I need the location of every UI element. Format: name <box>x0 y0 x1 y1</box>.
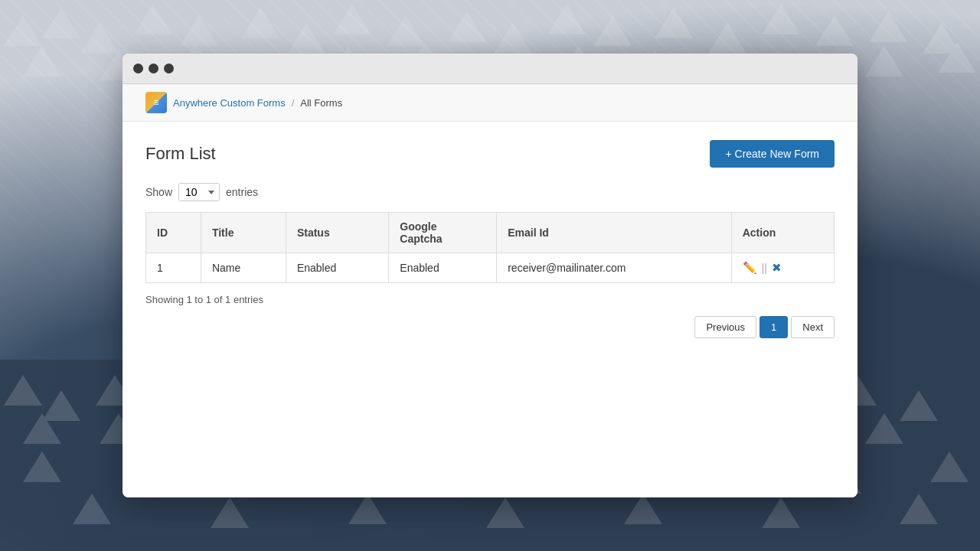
svg-marker-18 <box>923 23 961 54</box>
col-header-google-captcha: GoogleCaptcha <box>389 213 497 253</box>
svg-marker-7 <box>333 4 371 34</box>
show-label: Show <box>145 186 172 198</box>
entries-per-page-select[interactable]: 10 25 50 100 <box>178 183 220 201</box>
svg-marker-14 <box>708 23 746 54</box>
forms-table: ID Title Status GoogleCaptcha Email Id A… <box>145 212 835 283</box>
svg-marker-19 <box>23 46 61 77</box>
traffic-lights <box>133 64 174 73</box>
action-buttons: ✏️ || ✖ <box>743 261 823 275</box>
svg-marker-49 <box>23 413 61 444</box>
main-content: Form List + Create New Form Show 10 25 5… <box>122 122 858 361</box>
svg-marker-16 <box>815 15 854 46</box>
edit-icon[interactable]: ✏️ <box>743 261 757 275</box>
title-bar <box>122 54 858 84</box>
next-button[interactable]: Next <box>791 316 835 338</box>
svg-marker-33 <box>4 375 42 406</box>
create-form-button[interactable]: + Create New Form <box>710 140 835 168</box>
action-separator: || <box>762 262 767 274</box>
svg-marker-61 <box>23 452 61 482</box>
content-area: Anywhere Custom Forms / All Forms Form L… <box>122 84 858 497</box>
previous-button[interactable]: Previous <box>694 316 756 338</box>
plugin-icon <box>145 92 167 113</box>
svg-marker-70 <box>73 494 111 524</box>
svg-marker-15 <box>762 4 800 34</box>
svg-marker-3 <box>134 4 172 34</box>
svg-marker-2 <box>80 23 119 54</box>
svg-marker-34 <box>42 390 80 421</box>
pagination: Previous 1 Next <box>145 316 835 338</box>
cell-google-captcha: Enabled <box>389 253 497 283</box>
breadcrumb-separator: / <box>292 97 295 109</box>
svg-marker-10 <box>494 23 532 54</box>
table-row: 1NameEnabledEnabledreceiver@mailinater.c… <box>146 253 835 283</box>
entries-label: entries <box>226 186 258 198</box>
svg-marker-74 <box>624 494 662 524</box>
svg-marker-8 <box>387 15 425 46</box>
app-window: Anywhere Custom Forms / All Forms Form L… <box>122 54 858 497</box>
minimize-button[interactable] <box>149 64 158 73</box>
cell-action: ✏️ || ✖ <box>731 253 834 283</box>
svg-marker-1 <box>42 8 80 38</box>
maximize-button[interactable] <box>164 64 174 73</box>
svg-marker-11 <box>547 4 586 34</box>
svg-marker-76 <box>900 494 938 524</box>
svg-marker-75 <box>762 497 800 528</box>
breadcrumb-current: All Forms <box>300 97 342 109</box>
show-entries-control: Show 10 25 50 100 entries <box>145 183 835 201</box>
col-header-email-id: Email Id <box>497 213 732 253</box>
col-header-action: Action <box>731 213 834 253</box>
cell-title: Name <box>201 253 286 283</box>
svg-marker-48 <box>900 390 938 421</box>
svg-marker-9 <box>448 11 486 42</box>
col-header-status: Status <box>286 213 388 253</box>
col-header-title: Title <box>201 213 286 253</box>
col-header-id: ID <box>146 213 201 253</box>
svg-marker-12 <box>593 15 632 46</box>
svg-marker-0 <box>4 15 42 46</box>
page-title: Form List <box>145 144 216 164</box>
svg-marker-4 <box>180 15 218 46</box>
svg-marker-31 <box>938 42 976 73</box>
page-header: Form List + Create New Form <box>145 140 835 168</box>
cell-email-id: receiver@mailinater.com <box>497 253 732 283</box>
svg-marker-13 <box>655 8 693 38</box>
svg-marker-72 <box>348 494 387 524</box>
svg-marker-6 <box>287 23 325 54</box>
svg-marker-73 <box>486 497 524 528</box>
breadcrumb-bar: Anywhere Custom Forms / All Forms <box>122 84 858 122</box>
page-1-button[interactable]: 1 <box>760 316 788 338</box>
svg-marker-17 <box>869 11 907 42</box>
breadcrumb-home-link[interactable]: Anywhere Custom Forms <box>173 97 286 109</box>
svg-marker-69 <box>930 452 969 482</box>
delete-icon[interactable]: ✖ <box>772 261 782 275</box>
close-button[interactable] <box>133 64 143 73</box>
svg-marker-5 <box>241 8 279 38</box>
table-header-row: ID Title Status GoogleCaptcha Email Id A… <box>146 213 835 253</box>
svg-marker-71 <box>211 497 249 528</box>
svg-marker-60 <box>865 413 903 444</box>
showing-info: Showing 1 to 1 of 1 entries <box>145 294 835 305</box>
cell-id: 1 <box>146 253 201 283</box>
svg-marker-30 <box>865 46 903 77</box>
cell-status: Enabled <box>286 253 388 283</box>
